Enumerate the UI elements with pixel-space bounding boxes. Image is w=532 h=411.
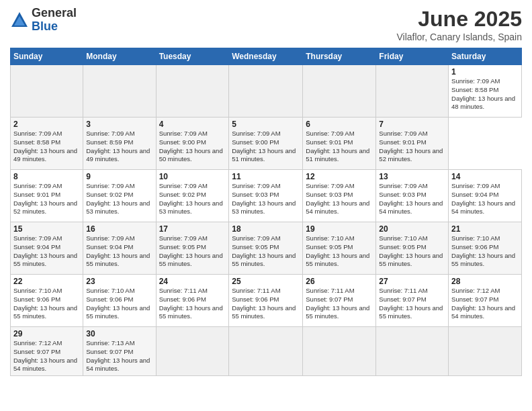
table-row: 25Sunrise: 7:11 AMSunset: 9:06 PMDayligh… [229,275,303,327]
day-number: 9 [86,172,152,181]
table-row: 1Sunrise: 7:09 AMSunset: 8:58 PMDaylight… [449,65,522,118]
day-info: Sunrise: 7:13 AMSunset: 9:07 PMDaylight:… [86,339,150,372]
day-number: 7 [379,120,445,129]
empty-cell [11,65,83,118]
day-number: 3 [86,120,152,129]
day-info: Sunrise: 7:10 AMSunset: 9:05 PMDaylight:… [306,234,369,267]
day-number: 28 [451,277,519,286]
day-number: 29 [13,329,80,338]
day-number: 10 [159,172,226,181]
day-info: Sunrise: 7:09 AMSunset: 9:05 PMDaylight:… [159,234,223,267]
empty-cell [229,327,303,376]
day-number: 11 [232,172,300,181]
day-number: 20 [379,224,445,234]
day-info: Sunrise: 7:09 AMSunset: 9:03 PMDaylight:… [306,182,369,215]
page: General Blue June 2025 Vilaflor, Canary … [0,0,532,411]
day-info: Sunrise: 7:09 AMSunset: 9:03 PMDaylight:… [232,182,296,215]
day-info: Sunrise: 7:11 AMSunset: 9:07 PMDaylight:… [379,287,443,320]
day-number: 26 [306,277,373,286]
empty-cell [229,65,303,118]
calendar-week-row: 22Sunrise: 7:10 AMSunset: 9:06 PMDayligh… [11,275,522,327]
empty-cell [376,65,449,118]
calendar-week-row: 15Sunrise: 7:09 AMSunset: 9:04 PMDayligh… [11,222,522,275]
day-info: Sunrise: 7:09 AMSunset: 9:01 PMDaylight:… [13,182,77,215]
day-info: Sunrise: 7:09 AMSunset: 9:03 PMDaylight:… [379,182,443,215]
table-row: 6Sunrise: 7:09 AMSunset: 9:01 PMDaylight… [303,118,376,170]
table-row: 30Sunrise: 7:13 AMSunset: 9:07 PMDayligh… [83,327,156,376]
day-number: 24 [159,277,226,286]
day-number: 2 [13,120,80,129]
table-row: 9Sunrise: 7:09 AMSunset: 9:02 PMDaylight… [83,170,156,222]
table-row: 26Sunrise: 7:11 AMSunset: 9:07 PMDayligh… [303,275,376,327]
table-row: 8Sunrise: 7:09 AMSunset: 9:01 PMDaylight… [11,170,83,222]
day-info: Sunrise: 7:09 AMSunset: 9:00 PMDaylight:… [159,130,223,163]
day-info: Sunrise: 7:09 AMSunset: 8:59 PMDaylight:… [86,130,150,163]
table-row: 14Sunrise: 7:09 AMSunset: 9:04 PMDayligh… [449,170,522,222]
col-tuesday: Tuesday [156,48,229,65]
empty-cell [303,327,376,376]
empty-cell [156,327,229,376]
day-number: 8 [13,172,80,181]
col-saturday: Saturday [449,48,522,65]
day-number: 21 [451,224,519,234]
day-number: 1 [451,67,519,77]
day-info: Sunrise: 7:09 AMSunset: 9:01 PMDaylight:… [379,130,443,163]
calendar-week-row: 2Sunrise: 7:09 AMSunset: 8:58 PMDaylight… [11,118,522,170]
col-thursday: Thursday [303,48,376,65]
table-row: 3Sunrise: 7:09 AMSunset: 8:59 PMDaylight… [83,118,156,170]
day-number: 17 [159,224,226,234]
logo-icon [10,11,29,30]
table-row: 10Sunrise: 7:09 AMSunset: 9:02 PMDayligh… [156,170,229,222]
day-number: 30 [86,329,152,338]
day-info: Sunrise: 7:09 AMSunset: 9:02 PMDaylight:… [86,182,150,215]
day-info: Sunrise: 7:09 AMSunset: 9:05 PMDaylight:… [232,234,296,267]
day-info: Sunrise: 7:09 AMSunset: 9:00 PMDaylight:… [232,130,296,163]
table-row: 5Sunrise: 7:09 AMSunset: 9:00 PMDaylight… [229,118,303,170]
logo: General Blue [10,7,77,34]
table-row: 13Sunrise: 7:09 AMSunset: 9:03 PMDayligh… [376,170,449,222]
table-row: 18Sunrise: 7:09 AMSunset: 9:05 PMDayligh… [229,222,303,275]
table-row: 12Sunrise: 7:09 AMSunset: 9:03 PMDayligh… [303,170,376,222]
col-sunday: Sunday [11,48,83,65]
table-row: 15Sunrise: 7:09 AMSunset: 9:04 PMDayligh… [11,222,83,275]
table-row: 17Sunrise: 7:09 AMSunset: 9:05 PMDayligh… [156,222,229,275]
table-row: 21Sunrise: 7:10 AMSunset: 9:06 PMDayligh… [449,222,522,275]
day-info: Sunrise: 7:11 AMSunset: 9:07 PMDaylight:… [306,287,369,320]
day-info: Sunrise: 7:11 AMSunset: 9:06 PMDaylight:… [159,287,223,320]
empty-cell [156,65,229,118]
day-number: 13 [379,172,445,181]
table-row: 22Sunrise: 7:10 AMSunset: 9:06 PMDayligh… [11,275,83,327]
empty-cell [376,327,449,376]
day-number: 12 [306,172,373,181]
day-info: Sunrise: 7:10 AMSunset: 9:05 PMDaylight:… [379,234,443,267]
day-number: 27 [379,277,445,286]
day-info: Sunrise: 7:10 AMSunset: 9:06 PMDaylight:… [13,287,77,320]
day-info: Sunrise: 7:09 AMSunset: 9:04 PMDaylight:… [86,234,150,267]
day-info: Sunrise: 7:10 AMSunset: 9:06 PMDaylight:… [86,287,150,320]
day-info: Sunrise: 7:09 AMSunset: 9:01 PMDaylight:… [306,130,369,163]
logo-blue-text: Blue [32,20,77,34]
location: Vilaflor, Canary Islands, Spain [396,32,522,42]
day-number: 23 [86,277,152,286]
day-info: Sunrise: 7:09 AMSunset: 9:04 PMDaylight:… [451,182,515,215]
table-row: 4Sunrise: 7:09 AMSunset: 9:00 PMDaylight… [156,118,229,170]
table-row: 23Sunrise: 7:10 AMSunset: 9:06 PMDayligh… [83,275,156,327]
empty-cell [303,65,376,118]
day-number: 16 [86,224,152,234]
table-row: 29Sunrise: 7:12 AMSunset: 9:07 PMDayligh… [11,327,83,376]
empty-cell [449,327,522,376]
calendar-week-row: 1Sunrise: 7:09 AMSunset: 8:58 PMDaylight… [11,65,522,118]
day-number: 19 [306,224,373,234]
day-info: Sunrise: 7:12 AMSunset: 9:07 PMDaylight:… [451,287,515,320]
table-row: 11Sunrise: 7:09 AMSunset: 9:03 PMDayligh… [229,170,303,222]
day-number: 25 [232,277,300,286]
table-row: 28Sunrise: 7:12 AMSunset: 9:07 PMDayligh… [449,275,522,327]
day-number: 6 [306,120,373,129]
day-info: Sunrise: 7:09 AMSunset: 9:02 PMDaylight:… [159,182,223,215]
day-info: Sunrise: 7:09 AMSunset: 9:04 PMDaylight:… [13,234,77,267]
empty-cell [83,65,156,118]
day-number: 14 [451,172,519,181]
calendar-week-row: 29Sunrise: 7:12 AMSunset: 9:07 PMDayligh… [11,327,522,376]
table-row: 7Sunrise: 7:09 AMSunset: 9:01 PMDaylight… [376,118,449,170]
col-wednesday: Wednesday [229,48,303,65]
